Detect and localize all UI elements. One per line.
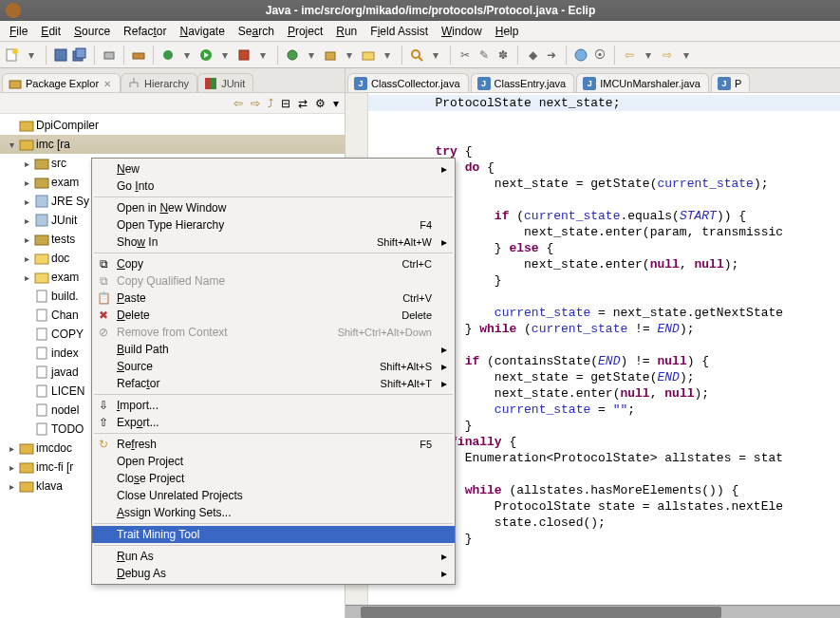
horizontal-scrollbar[interactable] — [345, 605, 840, 618]
copy-icon: ⧉ — [96, 256, 111, 272]
svg-rect-21 — [205, 78, 211, 89]
tab-junit[interactable]: JUnit — [197, 73, 253, 92]
link-editor-icon[interactable]: ⇄ — [298, 97, 308, 110]
collapse-all-icon[interactable]: ⊟ — [281, 97, 290, 110]
link-icon[interactable]: ✽ — [495, 47, 512, 64]
forward-icon[interactable]: ⇨ — [251, 97, 260, 110]
print-icon[interactable] — [101, 47, 118, 64]
debug-icon[interactable] — [159, 47, 177, 64]
editor-tab[interactable]: JIMCUnMarshaler.java — [576, 73, 709, 92]
ctx-open-new-window[interactable]: Open in New Window — [92, 199, 455, 216]
svg-rect-12 — [363, 52, 374, 60]
svg-rect-25 — [35, 159, 48, 169]
back-icon[interactable]: ⇦ — [233, 97, 243, 110]
open-type-icon[interactable] — [572, 47, 589, 64]
up-icon[interactable]: ⤴ — [268, 97, 273, 110]
menu-refactor[interactable]: Refactor — [118, 23, 172, 40]
delete-icon: ✖ — [96, 308, 111, 323]
drop-icon[interactable]: ▾ — [341, 47, 358, 64]
new-folder-icon[interactable] — [360, 47, 377, 64]
editor-tab[interactable]: JClassEntry.java — [471, 73, 575, 92]
tab-package-explorer[interactable]: Package Explor ✕ — [2, 73, 121, 92]
tree-project[interactable]: DpiCompiler — [0, 116, 345, 135]
menu-project[interactable]: Project — [282, 23, 328, 40]
drop-icon[interactable]: ▾ — [178, 47, 196, 64]
ctx-refactor[interactable]: RefactorShift+Alt+T▸ — [92, 375, 455, 392]
ctx-source[interactable]: SourceShift+Alt+S▸ — [92, 358, 455, 375]
new-package-icon[interactable] — [322, 47, 339, 64]
menu-navigate[interactable]: Navigate — [174, 23, 230, 40]
drop-icon[interactable]: ▾ — [216, 47, 233, 64]
save-all-icon[interactable] — [71, 47, 88, 64]
editor-tab[interactable]: JP — [711, 73, 750, 92]
run-icon[interactable] — [197, 47, 215, 64]
svg-rect-24 — [20, 140, 33, 150]
drop-icon[interactable]: ▾ — [254, 47, 271, 64]
tab-label: Hierarchy — [144, 78, 189, 89]
svg-rect-35 — [37, 347, 47, 359]
drop-icon[interactable]: ▾ — [379, 47, 396, 64]
new-class-icon[interactable] — [284, 47, 301, 64]
ctx-show-in[interactable]: Show InShift+Alt+W▸ — [92, 234, 455, 251]
ctx-remove-context: ⊘Remove from ContextShift+Ctrl+Alt+Down — [92, 324, 455, 341]
ctx-run-as[interactable]: Run As▸ — [92, 548, 455, 565]
ctx-open-project[interactable]: Open Project — [92, 453, 455, 470]
svg-rect-38 — [37, 404, 47, 416]
ctx-debug-as[interactable]: Debug As▸ — [92, 565, 455, 582]
svg-rect-29 — [35, 235, 48, 245]
svg-rect-5 — [104, 52, 114, 59]
svg-rect-33 — [37, 309, 47, 321]
wand-icon[interactable]: ✎ — [476, 47, 493, 64]
ctx-open-type-hierarchy[interactable]: Open Type HierarchyF4 — [92, 216, 455, 234]
ctx-assign-ws[interactable]: Assign Working Sets... — [92, 504, 455, 521]
nav-icon[interactable]: ➜ — [543, 47, 560, 64]
drop-icon[interactable]: ▾ — [640, 47, 657, 64]
left-view-tabs: Package Explor ✕ Hierarchy JUnit — [0, 68, 345, 93]
paste-icon: 📋 — [96, 290, 111, 306]
ctx-trait-mining[interactable]: Trait Mining Tool — [92, 526, 455, 543]
build-icon[interactable] — [130, 47, 147, 64]
view-menu-icon[interactable]: ▾ — [333, 97, 339, 110]
ctx-import[interactable]: ⇩Import... — [92, 397, 455, 414]
ctx-build-path[interactable]: Build Path▸ — [92, 341, 455, 358]
menu-source[interactable]: Source — [68, 23, 116, 40]
menu-edit[interactable]: Edit — [35, 23, 66, 40]
ctx-new[interactable]: New▸ — [92, 160, 455, 178]
drop-icon[interactable]: ▾ — [303, 47, 320, 64]
close-icon[interactable]: ✕ — [103, 79, 112, 88]
window-titlebar: Java - imc/src/org/mikado/imc/protocols/… — [0, 0, 840, 21]
drop-icon[interactable]: ▾ — [427, 47, 444, 64]
drop-icon[interactable]: ▾ — [23, 47, 40, 64]
toggle-mark-icon[interactable]: ◆ — [524, 47, 541, 64]
app-icon — [6, 3, 21, 18]
editor-tab[interactable]: JClassCollector.java — [347, 73, 469, 92]
ctx-copy[interactable]: ⧉CopyCtrl+C — [92, 255, 455, 272]
task-icon[interactable]: ⦿ — [591, 47, 608, 64]
ctx-refresh[interactable]: ↻RefreshF5 — [92, 436, 455, 453]
scrollbar-thumb[interactable] — [361, 607, 721, 618]
ctx-close-unrelated[interactable]: Close Unrelated Projects — [92, 487, 455, 504]
tree-project-selected[interactable]: ▾imc [ra — [0, 135, 345, 154]
save-icon[interactable] — [52, 47, 69, 64]
ctx-paste[interactable]: 📋PasteCtrl+V — [92, 290, 455, 307]
ctx-close-project[interactable]: Close Project — [92, 470, 455, 487]
menu-run[interactable]: Run — [330, 23, 363, 40]
menu-help[interactable]: Help — [490, 23, 525, 40]
ext-tools-icon[interactable] — [235, 47, 252, 64]
back-icon[interactable]: ⇦ — [621, 47, 638, 64]
hierarchy-icon — [127, 77, 140, 90]
forward-icon[interactable]: ⇨ — [659, 47, 676, 64]
tab-hierarchy[interactable]: Hierarchy — [121, 73, 197, 92]
ctx-delete[interactable]: ✖DeleteDelete — [92, 307, 455, 324]
menu-search[interactable]: Search — [233, 23, 280, 40]
menu-window[interactable]: Window — [436, 23, 488, 40]
search-icon[interactable] — [408, 47, 425, 64]
drop-icon[interactable]: ▾ — [678, 47, 695, 64]
ctx-go-into[interactable]: Go Into — [92, 178, 455, 195]
new-icon[interactable] — [4, 47, 21, 64]
ctx-export[interactable]: ⇧Export... — [92, 414, 455, 431]
cut-icon[interactable]: ✂ — [457, 47, 474, 64]
filter-icon[interactable]: ⚙ — [315, 97, 326, 110]
menu-field-assist[interactable]: Field Assist — [364, 23, 434, 40]
menu-file[interactable]: File — [4, 23, 33, 40]
